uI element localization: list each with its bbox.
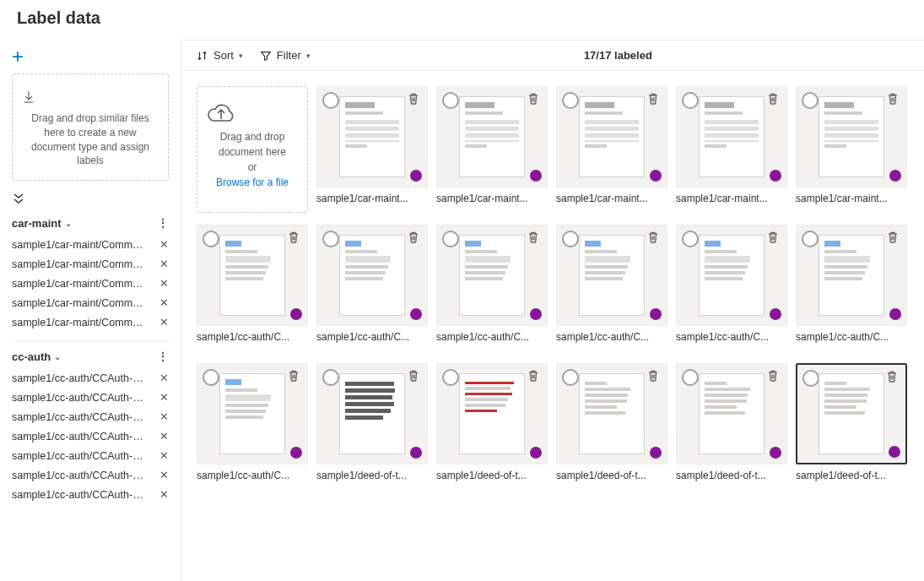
remove-icon[interactable]: ✕ xyxy=(154,391,169,404)
delete-icon[interactable] xyxy=(646,92,662,107)
delete-icon[interactable] xyxy=(766,231,781,246)
thumbnail[interactable] xyxy=(197,225,308,326)
thumbnail[interactable] xyxy=(436,225,548,326)
remove-icon[interactable]: ✕ xyxy=(154,296,169,309)
document-card[interactable]: sample1/cc-auth/C... xyxy=(796,225,907,351)
document-card[interactable]: sample1/deed-of-t... xyxy=(436,363,548,490)
select-checkbox[interactable] xyxy=(203,231,219,247)
delete-icon[interactable] xyxy=(407,231,422,246)
select-checkbox[interactable] xyxy=(682,92,699,109)
select-checkbox[interactable] xyxy=(802,370,819,387)
delete-icon[interactable] xyxy=(287,369,302,384)
add-button[interactable]: + xyxy=(12,48,169,73)
thumbnail[interactable] xyxy=(436,363,548,464)
select-checkbox[interactable] xyxy=(322,369,339,386)
thumbnail[interactable] xyxy=(316,225,428,326)
document-card[interactable]: sample1/cc-auth/C... xyxy=(316,225,428,351)
document-card[interactable]: sample1/cc-auth/C... xyxy=(556,225,667,351)
thumbnail[interactable] xyxy=(796,363,907,464)
delete-icon[interactable] xyxy=(766,369,781,384)
file-item[interactable]: sample1/cc-auth/CCAuth-1....✕ xyxy=(12,368,169,388)
remove-icon[interactable]: ✕ xyxy=(154,277,169,290)
file-item[interactable]: sample1/car-maint/Comme...✕ xyxy=(12,293,169,312)
delete-icon[interactable] xyxy=(886,92,901,107)
remove-icon[interactable]: ✕ xyxy=(154,372,169,384)
more-icon[interactable]: ⋮ xyxy=(157,216,169,230)
thumbnail[interactable] xyxy=(796,225,907,326)
remove-icon[interactable]: ✕ xyxy=(154,449,169,462)
delete-icon[interactable] xyxy=(527,231,542,246)
select-checkbox[interactable] xyxy=(562,369,579,386)
remove-icon[interactable]: ✕ xyxy=(154,410,169,423)
select-checkbox[interactable] xyxy=(203,369,219,386)
delete-icon[interactable] xyxy=(766,92,781,107)
file-item[interactable]: sample1/cc-auth/CCAuth-6....✕ xyxy=(12,465,169,485)
delete-icon[interactable] xyxy=(407,92,422,107)
remove-icon[interactable]: ✕ xyxy=(154,238,169,251)
select-checkbox[interactable] xyxy=(562,231,579,247)
select-checkbox[interactable] xyxy=(682,369,699,386)
more-icon[interactable]: ⋮ xyxy=(157,350,169,363)
thumbnail[interactable] xyxy=(796,86,907,187)
document-card[interactable]: sample1/cc-auth/C... xyxy=(676,225,787,351)
filter-button[interactable]: Filter ▾ xyxy=(260,49,311,62)
select-checkbox[interactable] xyxy=(682,231,699,247)
file-item[interactable]: sample1/cc-auth/CCAuth-7....✕ xyxy=(12,485,169,504)
document-card[interactable]: sample1/deed-of-t... xyxy=(796,363,907,490)
document-card[interactable]: sample1/car-maint... xyxy=(316,86,428,213)
delete-icon[interactable] xyxy=(886,231,901,246)
document-card[interactable]: sample1/car-maint... xyxy=(556,86,667,213)
sidebar-dropzone[interactable]: Drag and drop similar files here to crea… xyxy=(12,73,169,181)
file-item[interactable]: sample1/car-maint/Comme...✕ xyxy=(12,274,169,293)
file-item[interactable]: sample1/car-maint/Comme...✕ xyxy=(12,235,169,254)
remove-icon[interactable]: ✕ xyxy=(154,469,169,481)
thumbnail[interactable] xyxy=(556,363,667,464)
thumbnail[interactable] xyxy=(676,86,787,187)
select-checkbox[interactable] xyxy=(442,231,459,247)
delete-icon[interactable] xyxy=(527,369,542,384)
collapse-toggle[interactable] xyxy=(12,193,169,204)
delete-icon[interactable] xyxy=(646,231,662,246)
thumbnail[interactable] xyxy=(436,86,548,187)
thumbnail[interactable] xyxy=(316,86,428,187)
document-card[interactable]: sample1/deed-of-t... xyxy=(676,363,787,490)
file-item[interactable]: sample1/cc-auth/CCAuth-2....✕ xyxy=(12,388,169,407)
document-card[interactable]: sample1/car-maint... xyxy=(436,86,548,213)
delete-icon[interactable] xyxy=(287,231,302,246)
document-card[interactable]: sample1/cc-auth/C... xyxy=(197,225,308,351)
select-checkbox[interactable] xyxy=(322,92,339,109)
select-checkbox[interactable] xyxy=(802,92,819,109)
file-item[interactable]: sample1/cc-auth/CCAuth-3....✕ xyxy=(12,407,169,426)
file-item[interactable]: sample1/car-maint/Comme...✕ xyxy=(12,312,169,332)
select-checkbox[interactable] xyxy=(442,369,459,386)
select-checkbox[interactable] xyxy=(442,92,459,109)
thumbnail[interactable] xyxy=(316,363,428,464)
delete-icon[interactable] xyxy=(407,369,422,384)
delete-icon[interactable] xyxy=(885,370,900,385)
remove-icon[interactable]: ✕ xyxy=(154,316,169,329)
select-checkbox[interactable] xyxy=(562,92,579,109)
select-checkbox[interactable] xyxy=(802,231,819,247)
file-item[interactable]: sample1/cc-auth/CCAuth-4....✕ xyxy=(12,426,169,446)
grid-dropzone[interactable]: Drag and drop document here or Browse fo… xyxy=(197,86,308,213)
select-checkbox[interactable] xyxy=(322,231,339,247)
document-card[interactable]: sample1/deed-of-t... xyxy=(316,363,428,490)
document-card[interactable]: sample1/cc-auth/C... xyxy=(436,225,548,351)
browse-link[interactable]: Browse for a file xyxy=(216,176,289,188)
document-card[interactable]: sample1/cc-auth/C... xyxy=(197,363,308,490)
group-header[interactable]: cc-auth⌄ xyxy=(12,350,61,363)
remove-icon[interactable]: ✕ xyxy=(154,258,169,270)
document-card[interactable]: sample1/car-maint... xyxy=(796,86,907,213)
file-item[interactable]: sample1/car-maint/Comme...✕ xyxy=(12,254,169,274)
thumbnail[interactable] xyxy=(556,86,667,187)
remove-icon[interactable]: ✕ xyxy=(154,488,169,501)
remove-icon[interactable]: ✕ xyxy=(154,430,169,443)
thumbnail[interactable] xyxy=(676,363,787,464)
file-item[interactable]: sample1/cc-auth/CCAuth-5....✕ xyxy=(12,446,169,465)
document-card[interactable]: sample1/car-maint... xyxy=(676,86,787,213)
thumbnail[interactable] xyxy=(676,225,787,326)
delete-icon[interactable] xyxy=(646,369,662,384)
document-card[interactable]: sample1/deed-of-t... xyxy=(556,363,667,490)
thumbnail[interactable] xyxy=(197,363,308,464)
delete-icon[interactable] xyxy=(527,92,542,107)
